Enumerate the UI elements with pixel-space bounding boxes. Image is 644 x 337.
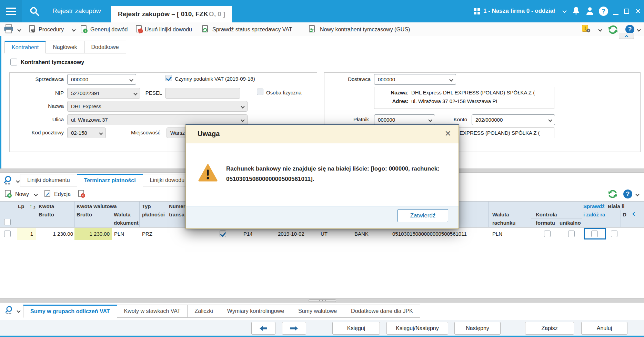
account-combobox[interactable]: 202/000000 xyxy=(472,114,555,125)
minimize-window-icon[interactable] xyxy=(613,14,618,15)
col-lp[interactable]: Lp xyxy=(18,203,24,209)
ksieguj-button[interactable]: Księguj xyxy=(332,322,380,335)
grid-refresh-icon[interactable] xyxy=(607,189,618,199)
edit-row-icon[interactable] xyxy=(44,190,50,197)
tab-sumy-walutowe[interactable]: Sumy walutowe xyxy=(291,305,344,318)
summary-filter-chevron-icon[interactable] xyxy=(17,309,20,313)
zip-combobox[interactable]: 02-158 xyxy=(67,127,106,138)
sort-ascending-icon[interactable]: ↑ xyxy=(30,203,32,209)
ksieguj-nastepny-button[interactable]: Księguj/Następny xyxy=(386,322,448,335)
new-temp-contractor-button[interactable]: Nowy kontrahent tymczasowy (GUS) xyxy=(320,27,410,33)
delete-document-lines-icon[interactable]: – xyxy=(136,25,142,32)
active-vat-checkbox[interactable] xyxy=(165,75,172,81)
name-combobox[interactable]: DHL Express xyxy=(67,101,248,112)
col-waluta-rachunku-2[interactable]: rachunku xyxy=(492,220,516,226)
procedures-button[interactable]: Procedury xyxy=(39,27,64,33)
new-row-chevron-icon[interactable] xyxy=(34,192,38,196)
tab-naglowek[interactable]: Nagłówek xyxy=(46,41,84,53)
col-group-kontrola[interactable]: Kontrola xyxy=(536,212,557,217)
col-kwota[interactable]: Kwota xyxy=(39,203,54,209)
horizontal-splitter-bottom[interactable] xyxy=(0,298,644,303)
col-typ-platnosci[interactable]: płatności xyxy=(142,212,165,217)
grid-filter-chevron-icon[interactable] xyxy=(16,179,20,183)
col-kwota-brutto[interactable]: Brutto xyxy=(39,212,54,217)
tab-kwoty-stawki[interactable]: Kwoty w stawkach VAT xyxy=(117,305,188,318)
next-record-button[interactable] xyxy=(282,322,306,335)
dialog-close-icon[interactable]: × xyxy=(445,127,451,140)
user-profile-icon[interactable] xyxy=(585,6,595,16)
supplier-combobox[interactable]: 000000 xyxy=(374,74,456,85)
summary-filter-icon[interactable] xyxy=(5,305,15,315)
kontrola-formatu-checkbox[interactable] xyxy=(544,231,551,237)
splitter-drag-handle[interactable] xyxy=(309,299,336,302)
row-flag-checkbox[interactable] xyxy=(220,231,226,237)
refresh-icon[interactable] xyxy=(607,24,618,35)
col-sprawdz-1[interactable]: Sprawdź xyxy=(583,203,605,209)
print-icon[interactable] xyxy=(3,24,14,34)
tab-dodatkowe[interactable]: Dodatkowe xyxy=(84,41,126,53)
tab-jpk[interactable]: Dodatkowe dane dla JPK xyxy=(344,305,420,318)
col-biala-d[interactable]: D xyxy=(623,212,626,217)
apps-grid-icon[interactable] xyxy=(474,8,480,14)
delete-row-icon[interactable]: × xyxy=(78,190,84,197)
grid-help-chevron-icon[interactable] xyxy=(635,192,639,196)
new-row-icon[interactable]: + xyxy=(5,190,11,197)
check-vat-status-icon[interactable] xyxy=(202,25,208,32)
nip-combobox[interactable]: 5270022391 xyxy=(67,88,140,99)
seller-combobox[interactable]: 000000 xyxy=(67,74,136,85)
col-kontrola-unikalnosci[interactable]: unikalności xyxy=(560,220,581,226)
tab-linijki-dokumentu[interactable]: Linijki dokumentu xyxy=(20,174,77,186)
document-tab[interactable]: Rejestr zakupów – [ 010, FZKO, 0 ] xyxy=(111,6,232,22)
procedures-icon[interactable] xyxy=(29,25,35,32)
warning-dialog-header[interactable]: Uwaga × xyxy=(186,125,459,143)
tab-zaliczki[interactable]: Zaliczki xyxy=(187,305,220,318)
select-all-checkbox[interactable] xyxy=(4,219,11,225)
notifications-bell-icon[interactable] xyxy=(572,6,581,16)
street-combobox[interactable]: ul. Wirażowa 37 xyxy=(67,114,248,125)
col-kontrola-formatu[interactable]: formatu xyxy=(536,220,555,226)
edit-row-button[interactable]: Edycja xyxy=(54,191,71,197)
previous-record-button[interactable] xyxy=(251,322,275,335)
col-waluta-dokumentu[interactable]: dokumentu xyxy=(114,220,139,226)
help-icon[interactable]: ? xyxy=(599,7,608,16)
col-sprawdz-2[interactable]: i załóż ra xyxy=(583,212,606,217)
col-group-kwota-walutowa[interactable]: Kwota walutowa xyxy=(77,203,117,209)
confirm-button[interactable]: Zatwierdź xyxy=(398,209,448,222)
sprawdz-checkbox[interactable] xyxy=(591,231,598,237)
toolbar-help-icon[interactable]: ? xyxy=(625,25,634,34)
grid-help-icon[interactable]: ? xyxy=(623,190,632,198)
col-group-biala-lista[interactable]: Biała lista xyxy=(608,203,624,209)
pesel-field[interactable] xyxy=(165,88,240,99)
collapse-panel-handle[interactable] xyxy=(619,33,634,39)
col-waluta[interactable]: Waluta xyxy=(114,212,131,217)
search-icon[interactable] xyxy=(29,6,40,17)
grid-filter-icon[interactable] xyxy=(3,175,14,185)
maximize-window-icon[interactable] xyxy=(624,9,629,14)
generate-document-button[interactable]: Generuj dowód xyxy=(90,27,128,33)
close-window-icon[interactable]: × xyxy=(635,6,641,17)
tab-wymiary[interactable]: Wymiary kontrolingowe xyxy=(220,305,291,318)
payer-combobox[interactable]: 000000 xyxy=(374,114,435,125)
check-vat-status-button[interactable]: Sprawdź status sprzedawcy VAT xyxy=(212,27,292,33)
row-select-checkbox[interactable] xyxy=(4,231,11,237)
col-numer-transakcji[interactable]: transa xyxy=(169,212,184,217)
new-temp-contractor-icon[interactable] xyxy=(309,25,315,32)
tab-linijki-dowodu[interactable]: Linijki dowodu xyxy=(143,174,192,186)
tab-terminarz-platnosci[interactable]: Terminarz płatności xyxy=(77,174,143,186)
col-typ[interactable]: Typ xyxy=(142,203,151,209)
kontrola-unikalnosci-checkbox[interactable] xyxy=(568,231,575,237)
col-numer[interactable]: Numer xyxy=(169,203,185,209)
nastepny-button[interactable]: Następny xyxy=(454,322,501,335)
company-chevron-down-icon[interactable] xyxy=(562,9,567,13)
company-selector[interactable]: 1 - Nasza firma 0 - oddział xyxy=(483,8,555,14)
generate-document-icon[interactable]: + xyxy=(81,25,87,32)
payment-row[interactable]: 1 1 230.00 1 230.00 PLN PRZ P14 2019-10-… xyxy=(0,228,644,240)
col-waluta-rachunku-1[interactable]: Waluta xyxy=(492,212,509,217)
zapisz-button[interactable]: Zapisz xyxy=(525,322,574,335)
biala-lista-checkbox[interactable] xyxy=(611,231,617,237)
delete-document-lines-button[interactable]: Usuń linijki dowodu xyxy=(145,27,192,33)
temp-contractor-checkbox[interactable] xyxy=(10,59,17,65)
anuluj-button[interactable]: Anuluj xyxy=(581,322,627,335)
collapse-columns-chevron-icon[interactable] xyxy=(632,212,636,216)
focused-cell[interactable] xyxy=(584,228,606,239)
